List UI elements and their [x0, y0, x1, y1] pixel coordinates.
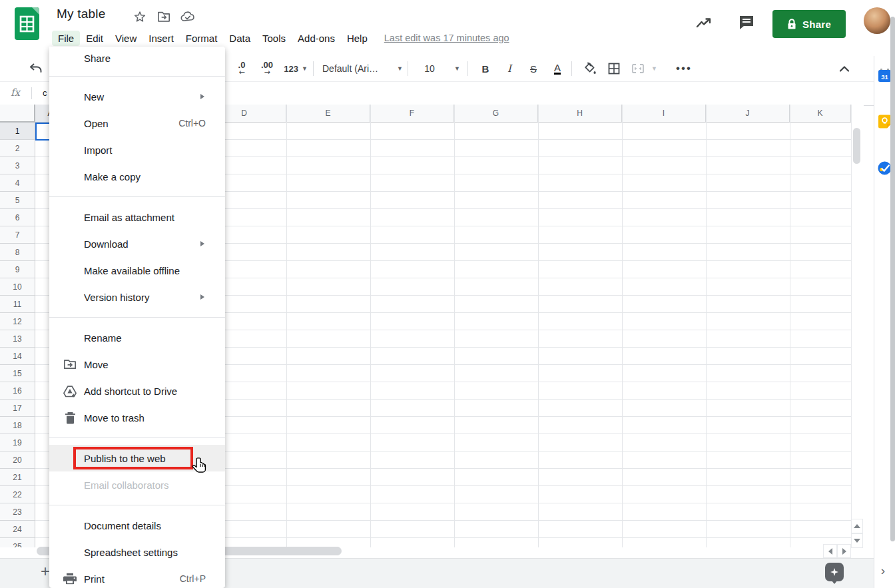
column-header-g[interactable]: G: [454, 105, 538, 123]
menu-item-move[interactable]: Move: [49, 351, 225, 378]
row-header-24[interactable]: 24: [0, 521, 35, 538]
column-header-h[interactable]: H: [538, 105, 622, 123]
row-header-15[interactable]: 15: [0, 365, 35, 382]
tasks-icon[interactable]: [878, 161, 892, 175]
row-header-5[interactable]: 5: [0, 192, 35, 209]
vertical-scrollbar-thumb[interactable]: [853, 128, 860, 164]
row-header-3[interactable]: 3: [0, 157, 35, 174]
more-toolbar-icon[interactable]: •••: [674, 56, 694, 81]
bold-button[interactable]: B: [477, 56, 494, 81]
column-header-j[interactable]: J: [706, 105, 790, 123]
font-size-caret-icon[interactable]: ▼: [451, 56, 459, 81]
font-family-dropdown[interactable]: Default (Ari…: [322, 56, 396, 81]
menubar-item-tools[interactable]: Tools: [256, 31, 292, 46]
keep-icon[interactable]: [878, 115, 892, 129]
last-edit-link[interactable]: Last edit was 17 minutes ago: [384, 33, 509, 43]
row-header-19[interactable]: 19: [0, 434, 35, 451]
menu-item-email-as-attachment[interactable]: Email as attachment: [49, 204, 225, 230]
row-header-2[interactable]: 2: [0, 140, 35, 157]
row-header-10[interactable]: 10: [0, 278, 35, 296]
menubar-item-format[interactable]: Format: [180, 31, 224, 46]
menubar-item-add-ons[interactable]: Add-ons: [292, 31, 341, 46]
account-avatar[interactable]: [864, 7, 890, 34]
menubar-item-view[interactable]: View: [109, 31, 143, 46]
row-header-23[interactable]: 23: [0, 503, 35, 521]
row-header-25[interactable]: 25: [0, 538, 35, 547]
menu-item-new[interactable]: New: [49, 83, 225, 110]
select-all-corner[interactable]: [0, 105, 35, 123]
menu-item-open[interactable]: OpenCtrl+O: [49, 110, 225, 137]
row-header-1[interactable]: 1: [0, 123, 35, 140]
row-header-13[interactable]: 13: [0, 330, 35, 348]
row-header-16[interactable]: 16: [0, 382, 35, 400]
menu-item-print[interactable]: PrintCtrl+P: [49, 565, 225, 588]
menu-item-download[interactable]: Download: [49, 230, 225, 257]
share-button[interactable]: Share: [772, 10, 846, 38]
row-header-6[interactable]: 6: [0, 209, 35, 226]
star-icon[interactable]: [132, 9, 148, 24]
number-format-dropdown[interactable]: 123▼: [281, 56, 310, 81]
menu-item-version-history[interactable]: Version history: [49, 284, 225, 310]
insights-trend-icon[interactable]: [695, 16, 714, 33]
menubar-item-edit[interactable]: Edit: [80, 31, 109, 46]
row-header-11[interactable]: 11: [0, 296, 35, 313]
menu-item-publish-to-the-web[interactable]: Publish to the web: [49, 445, 225, 471]
row-header-18[interactable]: 18: [0, 417, 35, 434]
row-header-12[interactable]: 12: [0, 313, 35, 330]
row-header-7[interactable]: 7: [0, 226, 35, 244]
row-header-22[interactable]: 22: [0, 486, 35, 503]
borders-icon[interactable]: [605, 56, 623, 81]
font-family-caret-icon[interactable]: ▼: [394, 56, 402, 81]
menubar-item-file[interactable]: File: [52, 31, 80, 46]
scroll-left-icon[interactable]: [823, 544, 837, 558]
column-header-f[interactable]: F: [370, 105, 454, 123]
undo-icon[interactable]: [27, 56, 44, 81]
column-header-k[interactable]: K: [790, 105, 851, 123]
vertical-scrollbar-track[interactable]: [851, 105, 864, 548]
menu-item-add-shortcut-to-drive[interactable]: Add shortcut to Drive: [49, 378, 225, 404]
increase-decimal-icon[interactable]: .00→: [256, 56, 278, 81]
document-title[interactable]: My table: [57, 7, 105, 21]
menu-item-document-details[interactable]: Document details: [49, 512, 225, 539]
file-menu-scrollbar-thumb[interactable]: [890, 17, 895, 541]
menubar-item-insert[interactable]: Insert: [143, 31, 180, 46]
row-header-17[interactable]: 17: [0, 400, 35, 417]
row-header-8[interactable]: 8: [0, 244, 35, 261]
hide-panel-chevron-icon[interactable]: ›: [875, 563, 891, 579]
scroll-right-icon[interactable]: [837, 544, 851, 558]
menu-item-make-available-offline[interactable]: Make available offline: [49, 257, 225, 284]
row-header-4[interactable]: 4: [0, 174, 35, 192]
collapse-toolbar-icon[interactable]: [835, 56, 854, 81]
row-header-9[interactable]: 9: [0, 261, 35, 278]
font-size-dropdown[interactable]: 10: [420, 56, 440, 81]
column-header-e[interactable]: E: [286, 105, 370, 123]
sheets-logo-icon[interactable]: [15, 7, 39, 40]
menu-item-import[interactable]: Import: [49, 137, 225, 163]
menubar-item-help[interactable]: Help: [341, 31, 374, 46]
menu-item-move-to-trash[interactable]: Move to trash: [49, 404, 225, 431]
menu-item-share[interactable]: Share: [49, 47, 225, 69]
fill-color-icon[interactable]: [581, 56, 599, 81]
calendar-icon[interactable]: 31: [878, 69, 892, 83]
scroll-down-icon[interactable]: [851, 533, 863, 548]
row-headers[interactable]: 1234567891011121314151617181920212223242…: [0, 123, 35, 547]
row-header-21[interactable]: 21: [0, 469, 35, 486]
strikethrough-button[interactable]: S: [525, 56, 542, 81]
submenu-arrow-icon: [200, 294, 204, 300]
italic-button[interactable]: I: [501, 56, 518, 81]
row-header-14[interactable]: 14: [0, 348, 35, 365]
text-color-button[interactable]: A: [549, 56, 566, 81]
cloud-saved-icon[interactable]: [180, 9, 196, 24]
menubar-item-data[interactable]: Data: [223, 31, 256, 46]
explore-icon[interactable]: [825, 563, 844, 581]
menu-item-make-a-copy[interactable]: Make a copy: [49, 163, 225, 190]
menu-item-spreadsheet-settings[interactable]: Spreadsheet settings: [49, 539, 225, 565]
fx-label: fx: [11, 87, 20, 99]
decrease-decimal-icon[interactable]: .0←: [232, 56, 252, 81]
menu-item-rename[interactable]: Rename: [49, 324, 225, 351]
column-header-i[interactable]: I: [622, 105, 706, 123]
move-folder-icon[interactable]: [156, 9, 172, 24]
row-header-20[interactable]: 20: [0, 451, 35, 469]
comment-icon[interactable]: [738, 14, 755, 34]
scroll-up-icon[interactable]: [851, 519, 863, 533]
